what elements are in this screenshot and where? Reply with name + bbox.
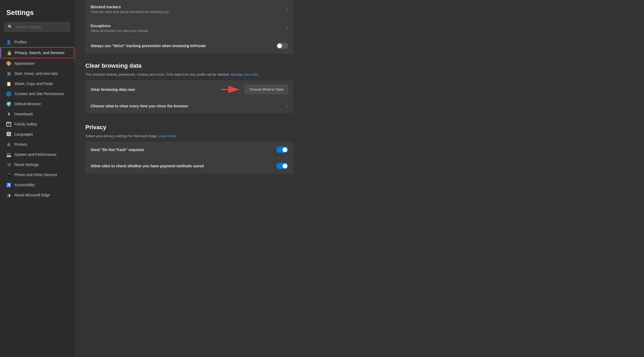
sidebar-item-about[interactable]: ◑About Microsoft Edge [0,190,74,200]
sidebar-item-default-browser[interactable]: 🌍Default Browser [0,99,74,109]
privacy-section: Privacy Select your privacy settings for… [85,115,293,174]
setting-row-exceptions[interactable]: ExceptionsAllow all trackers on sites yo… [85,19,293,38]
cookies-icon: 🌐 [6,91,11,96]
share-copy-icon: 📋 [6,81,11,86]
main-content: Blocked trackersView the sites that we'v… [75,0,644,357]
row-title-exceptions: Exceptions [91,24,284,28]
content-area: Blocked trackersView the sites that we'v… [75,0,304,187]
sidebar-label-languages: Languages [14,132,33,136]
clear-browsing-rows: Clear browsing data now Choose What to C… [85,80,293,113]
sidebar: Settings 🔍 👤Profiles🔒Privacy, Search, an… [0,0,75,357]
sidebar-item-downloads[interactable]: ⬇Downloads [0,109,74,119]
chevron-icon: › [287,26,288,31]
chevron-icon: › [287,7,288,12]
sidebar-item-printers[interactable]: 🖨Printers [0,139,74,149]
sidebar-label-downloads: Downloads [14,112,33,116]
sidebar-label-family-safety: Family Safety [14,122,37,126]
sidebar-label-privacy: Privacy, Search, and Services [15,51,65,55]
active-indicator [1,48,1,57]
row-text-exceptions: ExceptionsAllow all trackers on sites yo… [91,24,284,33]
sidebar-item-system[interactable]: 💻System and Performance [0,149,74,160]
sidebar-item-accessibility[interactable]: ♿Accessibility [0,180,74,190]
nav-list: 👤Profiles🔒Privacy, Search, and Services🎨… [0,37,74,200]
learn-more-link[interactable]: Learn more [159,134,176,138]
sidebar-label-system: System and Performance [14,152,57,157]
about-icon: ◑ [6,193,11,197]
sidebar-item-family-safety[interactable]: 👨‍👩‍👧Family Safety [0,119,74,129]
chevron-icon: › [287,104,288,108]
row-subtitle-blocked-trackers: View the sites that we've blocked from t… [91,10,284,14]
sidebar-item-phone[interactable]: 📱Phone and Other Devices [0,170,74,180]
red-arrow-icon [221,86,242,94]
sidebar-item-languages[interactable]: 🅰Languages [0,129,74,139]
privacy-desc: Select your privacy settings for Microso… [85,134,293,138]
family-safety-icon: 👨‍👩‍👧 [6,122,11,127]
sidebar-label-appearance: Appearance [14,61,35,66]
tracking-rows: Blocked trackersView the sites that we'v… [85,0,293,54]
downloads-icon: ⬇ [6,112,11,116]
sidebar-label-about: About Microsoft Edge [14,193,50,197]
privacy-row-payment-methods[interactable]: Allow sites to check whether you have pa… [85,158,293,174]
clear-row-title-clear-on-close: Choose what to clear every time you clos… [91,104,188,108]
printers-icon: 🖨 [6,142,11,147]
privacy-row-title-payment-methods: Allow sites to check whether you have pa… [91,164,204,168]
toggle-strict-inprivate[interactable] [276,43,288,49]
sidebar-label-default-browser: Default Browser [14,102,41,106]
sidebar-label-phone: Phone and Other Devices [14,173,57,177]
clear-browsing-section: Clear browsing data This includes histor… [85,54,293,113]
sidebar-item-start-home[interactable]: ⊞Start, home, and new tabs [0,68,74,79]
accessibility-icon: ♿ [6,182,11,187]
privacy-icon: 🔒 [7,50,12,55]
sidebar-item-privacy[interactable]: 🔒Privacy, Search, and Services [0,47,74,58]
setting-row-strict-inprivate[interactable]: Always use "Strict" tracking prevention … [85,38,293,54]
clear-browsing-title: Clear browsing data [85,54,293,72]
sidebar-label-printers: Printers [14,142,27,147]
default-browser-icon: 🌍 [6,102,11,106]
clear-row-title-clear-now: Clear browsing data now [91,87,135,92]
clear-row-clear-now[interactable]: Clear browsing data now Choose What to C… [85,80,293,99]
clear-browsing-desc: This includes history, passwords, cookie… [85,72,293,76]
phone-icon: 📱 [6,172,11,177]
privacy-rows: Send "Do Not Track" requestsAllow sites … [85,142,293,174]
search-box[interactable]: 🔍 [4,22,70,32]
setting-row-blocked-trackers[interactable]: Blocked trackersView the sites that we'v… [85,0,293,19]
reset-icon: ↺ [6,162,11,167]
sidebar-label-share-copy: Share, Copy and Paste [14,82,53,86]
sidebar-label-cookies: Cookies and Site Permissions [14,92,64,96]
sidebar-label-start-home: Start, home, and new tabs [14,71,58,76]
sidebar-item-cookies[interactable]: 🌐Cookies and Site Permissions [0,89,74,99]
profiles-icon: 👤 [6,40,11,44]
sidebar-label-reset: Reset Settings [14,163,39,167]
appearance-icon: 🎨 [6,61,11,66]
row-title-blocked-trackers: Blocked trackers [91,5,284,9]
choose-what-to-clear-button[interactable]: Choose What to Clear [245,85,288,94]
languages-icon: 🅰 [6,132,11,137]
search-input[interactable] [15,25,67,29]
privacy-row-title-do-not-track: Send "Do Not Track" requests [91,148,144,152]
arrow-container: Choose What to Clear [221,85,288,94]
row-subtitle-exceptions: Allow all trackers on sites you choose [91,29,284,33]
sidebar-item-reset[interactable]: ↺Reset Settings [0,160,74,170]
sidebar-item-appearance[interactable]: 🎨Appearance [0,58,74,68]
clear-row-clear-on-close[interactable]: Choose what to clear every time you clos… [85,99,293,113]
privacy-title: Privacy [85,115,293,134]
sidebar-label-accessibility: Accessibility [14,183,35,187]
sidebar-label-profiles: Profiles [14,40,27,44]
manage-data-link[interactable]: Manage your data [231,72,259,76]
sidebar-title: Settings [0,9,74,22]
sidebar-item-share-copy[interactable]: 📋Share, Copy and Paste [0,79,74,89]
search-icon: 🔍 [8,25,13,29]
row-title-strict-inprivate: Always use "Strict" tracking prevention … [91,44,276,48]
start-home-icon: ⊞ [6,71,11,76]
privacy-row-do-not-track[interactable]: Send "Do Not Track" requests [85,142,293,158]
toggle-do-not-track[interactable] [276,147,288,153]
row-text-blocked-trackers: Blocked trackersView the sites that we'v… [91,5,284,14]
row-text-strict-inprivate: Always use "Strict" tracking prevention … [91,44,276,48]
sidebar-item-profiles[interactable]: 👤Profiles [0,37,74,47]
toggle-payment-methods[interactable] [276,163,288,169]
system-icon: 💻 [6,152,11,157]
